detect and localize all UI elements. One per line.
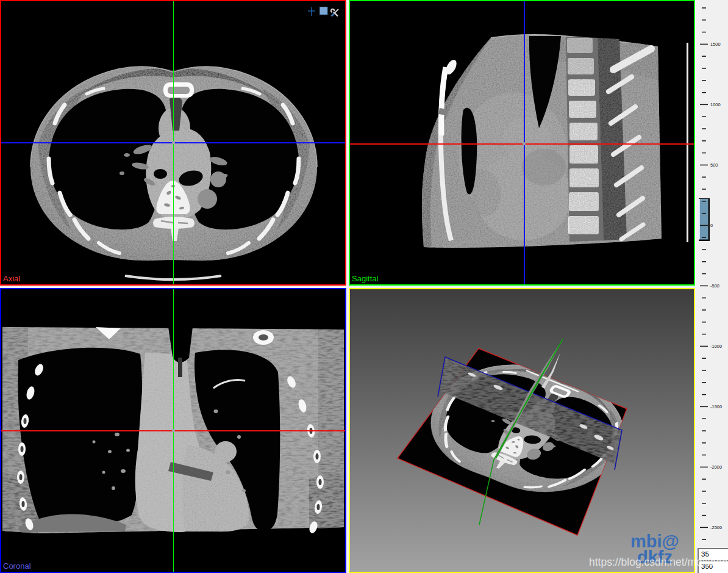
svg-text:-1500: -1500 <box>710 404 722 409</box>
svg-text:1000: 1000 <box>710 102 721 107</box>
svg-text:500: 500 <box>710 162 718 168</box>
svg-text:-2000: -2000 <box>710 464 722 470</box>
svg-text:0: 0 <box>710 223 713 228</box>
svg-text:-500: -500 <box>710 283 719 289</box>
svg-text:1500: 1500 <box>710 41 721 47</box>
svg-text:-2500: -2500 <box>710 525 722 530</box>
svg-text:-1000: -1000 <box>710 344 722 349</box>
